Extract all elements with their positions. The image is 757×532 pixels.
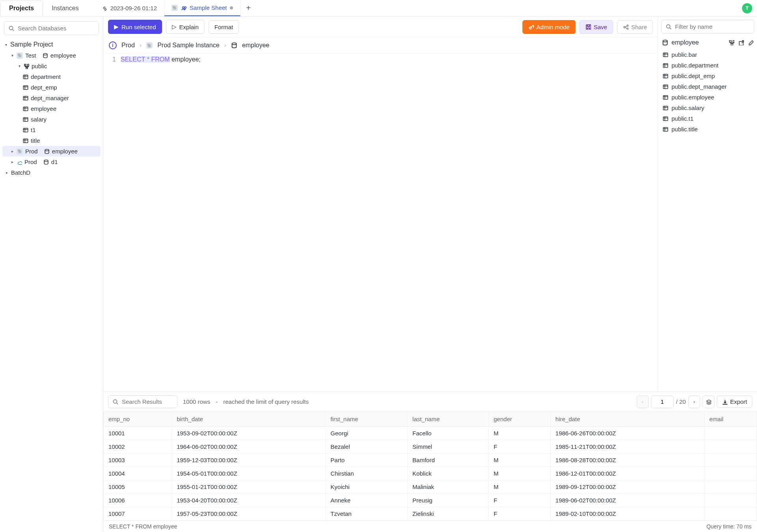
format-button[interactable]: Format [209,20,239,34]
table-cell: Bamford [408,454,489,467]
rows-count: 1000 rows [183,398,210,405]
table-node[interactable]: title [2,135,101,146]
results-pane: 1000 rows - reached the limit of query r… [103,392,757,532]
env-test-node[interactable]: ▾🐘Test employee [2,50,101,61]
file-tab-1[interactable]: 🐘 Sample Sheet [164,0,241,16]
table-row[interactable]: 100031959-12-03T00:00:00ZPartoBamfordM19… [104,454,757,467]
svg-point-6 [183,6,184,8]
svg-rect-9 [28,64,29,66]
projects-tab[interactable]: Projects [0,0,43,16]
filter-tables[interactable] [661,20,754,34]
cloud-db-icon [17,159,22,165]
env-prod-d1-node[interactable]: ▸Prod d1 [2,157,101,167]
page-input[interactable] [651,396,674,408]
code-line[interactable]: SELECT * FROM employee; [121,56,201,392]
table-row[interactable]: 100071957-05-23T00:00:00ZTzvetanZielinsk… [104,507,757,521]
postgres-icon: 🐘 [17,52,23,59]
table-row[interactable]: 100011953-09-02T00:00:00ZGeorgiFacelloM1… [104,427,757,440]
env-prod-employee-node[interactable]: ▸🐘Prod employee [2,146,101,157]
svg-point-7 [185,6,186,8]
column-header[interactable]: emp_no [104,412,172,427]
edit-icon[interactable] [748,40,753,45]
search-icon [666,24,672,30]
table-cell: 1954-05-01T00:00:00Z [172,467,326,480]
file-tab-0[interactable]: 2023-09-26 01:12 [95,0,164,16]
table-cell [704,507,757,521]
export-button[interactable]: Export [717,396,752,408]
schema-table-item[interactable]: public.bar [658,49,757,60]
schema-table-item[interactable]: public.t1 [658,113,757,124]
table-cell: 10001 [104,427,172,440]
search-results-input[interactable] [122,398,173,405]
new-tab-button[interactable]: + [241,4,256,13]
svg-point-11 [529,27,531,29]
table-row[interactable]: 100061953-04-20T00:00:00ZAnnekePreusigF1… [104,494,757,507]
svg-rect-10 [26,67,28,69]
save-button[interactable]: Save [580,20,613,34]
filter-tables-input[interactable] [675,23,750,30]
breadcrumb-instance[interactable]: Prod Sample Instance [157,42,219,49]
table-node[interactable]: t1 [2,125,101,135]
table-cell: F [489,494,551,507]
search-results[interactable] [108,395,177,408]
table-icon [23,85,28,90]
table-icon [23,127,28,133]
schema-public-node[interactable]: ▾public [2,61,101,71]
table-cell: 1959-12-03T00:00:00Z [172,454,326,467]
breadcrumb-env[interactable]: Prod [121,42,135,49]
table-node[interactable]: employee [2,103,101,114]
search-databases-input[interactable] [18,25,95,32]
view-mode-button[interactable] [703,396,714,408]
column-header[interactable]: hire_date [550,412,704,427]
table-row[interactable]: 100051955-01-21T00:00:00ZKyoichiMaliniak… [104,480,757,494]
postgres-icon: 🐘 [17,148,23,155]
sql-editor[interactable]: 1 SELECT * FROM employee; [103,54,658,392]
table-node[interactable]: department [2,71,101,82]
table-icon [23,95,28,101]
table-row[interactable]: 100021964-06-02T00:00:00ZBezalelSimmelF1… [104,440,757,454]
table-cell: 1986-08-28T00:00:00Z [550,454,704,467]
schema-table-item[interactable]: public.employee [658,92,757,103]
user-avatar[interactable]: T [742,3,752,13]
database-icon [43,53,48,58]
table-cell [704,494,757,507]
info-icon[interactable]: i [109,41,117,49]
external-link-icon[interactable] [738,40,744,45]
table-node[interactable]: dept_emp [2,82,101,93]
table-row[interactable]: 100041954-05-01T00:00:00ZChirstianKoblic… [104,467,757,480]
project-node[interactable]: ▾Sample Project [2,39,101,50]
line-number: 1 [103,56,116,63]
column-header[interactable]: birth_date [172,412,326,427]
page-prev-button[interactable]: ‹ [637,396,649,408]
schema-table-item[interactable]: public.title [658,124,757,134]
table-cell: Bezalel [326,440,408,454]
table-cell: 1989-06-02T00:00:00Z [550,494,704,507]
svg-rect-18 [731,44,733,45]
column-header[interactable]: last_name [408,412,489,427]
schema-table-item[interactable]: public.salary [658,103,757,113]
save-icon [585,24,591,30]
share-button[interactable]: Share [617,20,653,34]
table-node[interactable]: dept_manager [2,93,101,103]
table-icon [663,84,668,90]
batch-node[interactable]: ▸BatchD [2,167,101,178]
instances-tab[interactable]: Instances [43,1,87,16]
run-button[interactable]: ▶Run selected [108,20,162,34]
column-header[interactable]: email [704,412,757,427]
table-cell: 10006 [104,494,172,507]
table-cell: 1986-06-26T00:00:00Z [550,427,704,440]
admin-mode-button[interactable]: Admin mode [522,20,576,34]
schema-table-item[interactable]: public.dept_manager [658,81,757,92]
schema-table-item[interactable]: public.dept_emp [658,71,757,81]
top-tabs: Projects Instances 2023-09-26 01:12 🐘 Sa… [0,0,757,17]
explain-button[interactable]: ▷Explain [166,20,205,34]
table-node[interactable]: salary [2,114,101,125]
column-header[interactable]: gender [489,412,551,427]
breadcrumb-table[interactable]: employee [242,42,269,49]
diagram-icon[interactable] [729,40,735,45]
search-databases[interactable] [4,21,99,35]
page-next-button[interactable]: › [688,396,700,408]
column-header[interactable]: first_name [326,412,408,427]
postgres-icon: 🐘 [146,42,153,49]
schema-table-item[interactable]: public.department [658,60,757,71]
